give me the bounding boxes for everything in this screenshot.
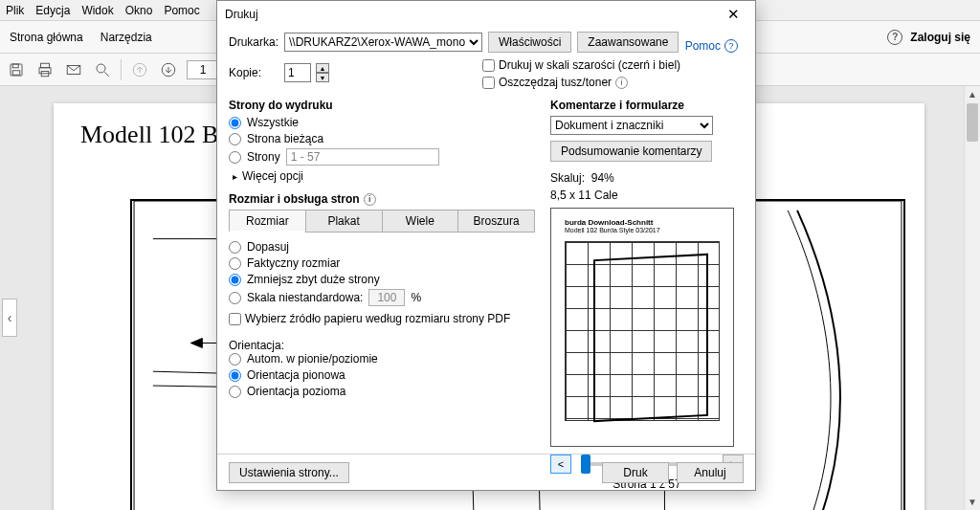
svg-rect-2	[12, 70, 20, 75]
grayscale-checkbox[interactable]	[482, 59, 495, 72]
separator	[121, 59, 122, 80]
tab-multi[interactable]: Wiele	[382, 210, 458, 233]
shrink-radio[interactable]	[229, 274, 241, 286]
comments-section-title: Komentarze i formularze	[550, 99, 744, 112]
spinner-up-icon[interactable]: ▲	[316, 63, 329, 73]
page-up-icon[interactable]	[129, 59, 150, 80]
scroll-down-arrow[interactable]: ▼	[965, 494, 980, 510]
pages-range-radio[interactable]	[229, 151, 241, 164]
fit-radio[interactable]	[229, 241, 241, 254]
dialog-title: Drukuj	[225, 8, 258, 21]
scroll-up-arrow[interactable]: ▲	[965, 86, 980, 102]
printer-label: Drukarka:	[229, 35, 278, 49]
preview-shape	[593, 254, 708, 422]
save-ink-checkbox[interactable]	[482, 77, 495, 89]
copies-label: Kopie:	[229, 66, 278, 79]
menu-file[interactable]: Plik	[6, 4, 24, 17]
page-setup-button[interactable]: Ustawienia strony...	[229, 462, 349, 483]
pages-range-input[interactable]: 1 - 57	[286, 148, 439, 166]
pages-all-label: Wszystkie	[247, 116, 299, 129]
menu-edit[interactable]: Edycja	[35, 4, 70, 17]
orient-portrait-radio[interactable]	[229, 369, 241, 382]
pages-all-radio[interactable]	[229, 117, 241, 129]
scale-label: Skaluj:	[550, 171, 585, 185]
pages-current-radio[interactable]	[229, 133, 241, 145]
preview-title-2: Modell 102 Burda Style 03/2017	[565, 227, 720, 233]
grayscale-label: Drukuj w skali szarości (czerń i biel)	[499, 58, 680, 72]
tab-tools[interactable]: Narzędzia	[100, 31, 152, 44]
fit-label: Dopasuj	[247, 240, 289, 254]
search-icon[interactable]	[92, 59, 113, 80]
paper-source-label: Wybierz źródło papieru według rozmiaru s…	[245, 312, 510, 325]
orient-portrait-label: Orientacja pionowa	[247, 368, 345, 382]
orientation-section-title: Orientacja:	[229, 339, 535, 352]
vertical-scrollbar[interactable]: ▲ ▼	[964, 86, 980, 510]
comments-select[interactable]: Dokument i znaczniki	[550, 116, 713, 135]
actual-radio[interactable]	[229, 257, 241, 270]
orient-landscape-radio[interactable]	[229, 386, 241, 398]
help-info-icon[interactable]: ?	[724, 39, 738, 53]
page-input[interactable]	[187, 60, 219, 79]
orient-auto-radio[interactable]	[229, 353, 241, 366]
pages-current-label: Strona bieżąca	[247, 132, 323, 145]
size-section-title: Rozmiar i obsługa stron	[229, 192, 360, 206]
help-icon[interactable]: ?	[887, 30, 902, 45]
save-icon[interactable]	[6, 59, 27, 80]
printer-select[interactable]: \\DRUKARZ2\Xerox-WAWA_mono	[284, 33, 482, 52]
page-down-icon[interactable]	[158, 59, 179, 80]
mail-icon[interactable]	[63, 59, 84, 80]
paper-source-checkbox[interactable]	[229, 313, 241, 325]
pages-range-label: Strony	[247, 150, 280, 164]
summarize-button[interactable]: Podsumowanie komentarzy	[550, 141, 712, 162]
preview-title-1: burda Download-Schnitt	[565, 218, 720, 227]
orient-landscape-label: Orientacja pozioma	[247, 385, 345, 398]
svg-point-7	[97, 64, 105, 73]
info-icon[interactable]: i	[615, 77, 628, 89]
custom-scale-label: Skala niestandardowa:	[247, 291, 363, 304]
scrollbar-thumb[interactable]	[967, 103, 978, 142]
svg-rect-1	[12, 64, 18, 68]
menu-window[interactable]: Okno	[125, 4, 153, 17]
print-preview: burda Download-Schnitt Modell 102 Burda …	[550, 208, 734, 447]
menu-help[interactable]: Pomoc	[164, 4, 199, 17]
dialog-footer: Ustawienia strony... Druk Anuluj	[217, 454, 755, 490]
pages-section-title: Strony do wydruku	[229, 99, 535, 112]
print-dialog: Drukuj ✕ Drukarka: \\DRUKARZ2\Xerox-WAWA…	[216, 0, 756, 491]
more-options-toggle[interactable]: Więcej opcji	[233, 169, 535, 183]
custom-scale-radio[interactable]	[229, 292, 241, 304]
dialog-titlebar: Drukuj ✕	[217, 1, 755, 28]
help-link[interactable]: Pomoc	[685, 39, 721, 53]
tab-size[interactable]: Rozmiar	[229, 210, 305, 233]
shrink-label: Zmniejsz zbyt duże strony	[247, 273, 380, 286]
close-icon[interactable]: ✕	[719, 3, 747, 26]
spinner-down-icon[interactable]: ▼	[316, 73, 329, 82]
cancel-button[interactable]: Anuluj	[677, 462, 744, 483]
login-link[interactable]: Zaloguj się	[910, 31, 970, 44]
tab-booklet[interactable]: Broszura	[457, 210, 535, 233]
menu-view[interactable]: Widok	[81, 4, 113, 17]
tab-home[interactable]: Strona główna	[10, 31, 83, 44]
actual-label: Faktyczny rozmiar	[247, 256, 340, 270]
percent-label: %	[411, 291, 421, 304]
svg-marker-16	[190, 339, 202, 348]
size-tabs: Rozmiar Plakat Wiele Broszura	[229, 210, 535, 233]
copies-spinner[interactable]: ▲ ▼	[316, 63, 329, 82]
save-ink-label: Oszczędzaj tusz/toner	[499, 76, 612, 89]
info-icon[interactable]: i	[364, 193, 376, 206]
orient-auto-label: Autom. w pionie/poziomie	[247, 352, 378, 366]
svg-rect-3	[41, 63, 50, 68]
svg-line-8	[104, 72, 109, 77]
custom-scale-input[interactable]: 100	[368, 289, 405, 306]
advanced-button[interactable]: Zaawansowane	[577, 32, 679, 53]
print-button[interactable]: Druk	[602, 462, 669, 483]
scale-value: 94%	[591, 171, 614, 185]
scroll-left-button[interactable]: ‹	[2, 299, 17, 337]
properties-button[interactable]: Właściwości	[488, 32, 571, 53]
copies-input[interactable]	[284, 63, 311, 82]
print-icon[interactable]	[34, 59, 56, 80]
paper-size-label: 8,5 x 11 Cale	[550, 188, 744, 202]
tab-poster[interactable]: Plakat	[305, 210, 382, 233]
